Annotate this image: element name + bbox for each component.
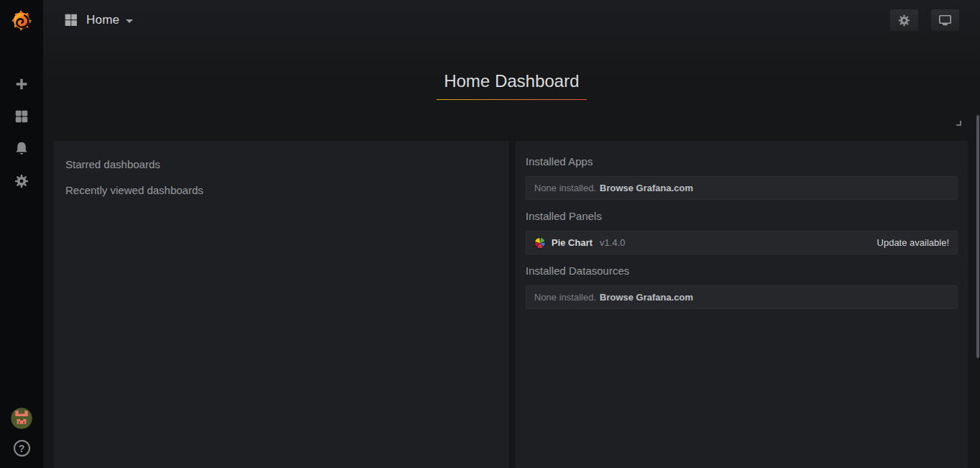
- gear-icon: [14, 173, 29, 189]
- resize-corner-handle[interactable]: [956, 121, 961, 126]
- grafana-logo-button[interactable]: [0, 0, 43, 32]
- sidebar-nav: [0, 76, 43, 189]
- datasources-browse-grafana-link[interactable]: Browse Grafana.com: [600, 292, 693, 303]
- sidebar-bottom: ?: [0, 408, 43, 456]
- navbar-actions: [890, 9, 959, 31]
- installed-apps-empty-card: None installed. Browse Grafana.com: [526, 176, 958, 200]
- sidebar-item-configuration[interactable]: [0, 173, 43, 189]
- caret-down-icon: [126, 19, 133, 23]
- page-title: Home Dashboard: [436, 71, 586, 100]
- pie-chart-plugin-link[interactable]: Pie Chart: [551, 237, 592, 248]
- monitor-icon: [938, 13, 953, 27]
- bell-icon: [14, 141, 29, 157]
- sidebar-item-create[interactable]: [0, 76, 43, 92]
- grafana-logo-icon: [9, 8, 34, 32]
- installed-apps-heading: Installed Apps: [526, 155, 958, 168]
- sidebar-item-alerting[interactable]: [0, 141, 43, 157]
- installed-panels-heading: Installed Panels: [526, 210, 958, 222]
- sidebar: ?: [0, 0, 43, 468]
- plus-icon: [14, 76, 29, 92]
- dashboards-grid-icon: [14, 109, 29, 124]
- help-button[interactable]: ?: [14, 440, 30, 456]
- pie-chart-version: v1.4.0: [600, 237, 625, 248]
- recent-dashboards-heading: Recently viewed dashboards: [65, 184, 498, 196]
- dashboard-settings-button[interactable]: [890, 9, 918, 31]
- installed-plugins-panel: Installed Apps None installed. Browse Gr…: [516, 141, 968, 468]
- starred-dashboards-heading: Starred dashboards: [65, 158, 498, 170]
- apps-empty-text: None installed.: [534, 183, 596, 193]
- gear-icon: [897, 14, 911, 27]
- navbar: Home: [43, 0, 980, 40]
- installed-datasources-empty-card: None installed. Browse Grafana.com: [526, 285, 958, 309]
- pie-chart-plugin-row: Pie Chart v1.4.0 Update available!: [526, 231, 958, 254]
- dashboard-grid-icon: [63, 12, 78, 27]
- pie-chart-icon: [534, 237, 546, 249]
- starred-dashboards-panel: Starred dashboards Recently viewed dashb…: [54, 141, 509, 468]
- user-avatar-image: [11, 408, 32, 429]
- apps-browse-grafana-link[interactable]: Browse Grafana.com: [600, 183, 693, 193]
- dashboard-header: Home Dashboard: [43, 71, 980, 100]
- sidebar-item-dashboards[interactable]: [0, 109, 43, 124]
- scrollbar-thumb[interactable]: [976, 115, 979, 358]
- top-area: Home: [43, 0, 980, 141]
- dashboard-picker-label: Home: [86, 13, 119, 27]
- datasources-empty-text: None installed.: [534, 292, 596, 303]
- dashboard-picker[interactable]: Home: [63, 12, 133, 27]
- user-avatar[interactable]: [11, 408, 32, 429]
- kiosk-mode-button[interactable]: [931, 9, 959, 31]
- help-icon: ?: [19, 443, 25, 454]
- installed-datasources-heading: Installed Datasources: [526, 265, 958, 277]
- update-available-link[interactable]: Update available!: [877, 237, 949, 248]
